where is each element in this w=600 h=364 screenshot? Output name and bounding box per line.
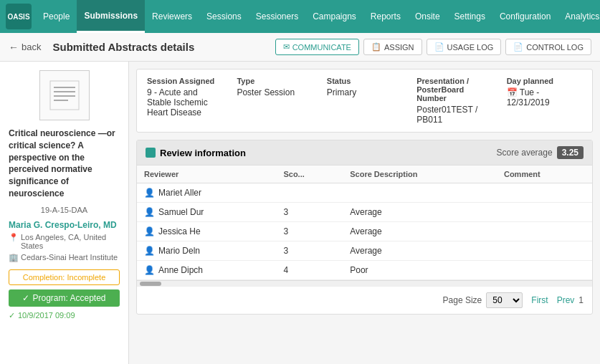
page-title: Submitted Abstracts details — [52, 41, 270, 53]
day-planned-group: Day planned 📅 Tue - 12/31/2019 — [507, 77, 582, 107]
table-row: 👤 Mariet Aller — [137, 183, 592, 203]
nav-sessioners[interactable]: Sessioners — [249, 0, 305, 33]
abstract-thumbnail — [39, 70, 90, 120]
date-badge-1: ✓ 10/9/2017 09:09 — [9, 311, 120, 320]
nav-configuration[interactable]: Configuration — [492, 0, 558, 33]
table-row: 👤 Samuel Dur 3 Average — [137, 203, 592, 222]
day-planned-value: 📅 Tue - 12/31/2019 — [507, 87, 582, 107]
score-cell: 3 — [276, 203, 343, 222]
session-assigned-group: Session Assigned 9 - Acute and Stable Is… — [147, 77, 222, 118]
col-comment: Comment — [497, 166, 592, 183]
nav-reviewers[interactable]: Reviewers — [145, 0, 199, 33]
nav-onsite[interactable]: Onsite — [408, 0, 447, 33]
control-log-button[interactable]: 📄 CONTROL LOG — [505, 39, 591, 55]
back-button[interactable]: ← back — [9, 42, 41, 53]
right-panel: Session Assigned 9 - Acute and Stable Is… — [129, 62, 600, 364]
first-page-button[interactable]: First — [527, 294, 552, 307]
calendar-icon: 📅 — [507, 87, 520, 97]
abstract-title: Critical neuroscience —or critical scien… — [9, 128, 120, 200]
presentation-group: Presentation / PosterBoard Number Poster… — [416, 77, 492, 125]
control-log-icon: 📄 — [513, 42, 523, 52]
page-number: 1 — [578, 295, 584, 305]
type-group: Type Poster Session — [237, 77, 312, 97]
building-icon: 🏢 — [9, 253, 19, 262]
user-icon: 👤 — [144, 265, 155, 275]
table-row: 👤 Anne Dipch 4 Poor — [137, 261, 592, 280]
score-cell: 3 — [276, 222, 343, 241]
prev-page-button[interactable]: Prev — [553, 294, 579, 307]
type-value: Poster Session — [237, 87, 312, 97]
reviewer-cell: 👤 Samuel Dur — [137, 203, 276, 222]
usage-log-icon: 📄 — [434, 42, 444, 52]
col-score: Sco... — [276, 166, 343, 183]
abstract-id: 19-A-15-DAA — [9, 206, 120, 214]
nav-campaigns[interactable]: Campaigns — [305, 0, 363, 33]
nav-reports[interactable]: Reports — [363, 0, 408, 33]
author-name[interactable]: Maria G. Crespo-Leiro, MD — [9, 220, 120, 230]
pagination-bar: Page Size 50 25 100 First Prev 1 — [137, 286, 592, 314]
description-cell: Average — [343, 222, 497, 241]
horizontal-scroll-bar[interactable] — [137, 280, 592, 286]
comment-cell — [497, 241, 592, 261]
user-icon: 👤 — [144, 226, 155, 236]
comment-cell — [497, 261, 592, 280]
score-cell: 4 — [276, 261, 343, 280]
status-group: Status Primary — [327, 77, 402, 97]
top-navigation: OASIS People Submissions Reviewers Sessi… — [0, 0, 600, 33]
reviewer-cell: 👤 Jessica He — [137, 222, 276, 241]
completion-badge: Completion: Incomplete — [9, 269, 120, 285]
score-average-group: Score average 3.25 — [497, 146, 584, 159]
presentation-label: Presentation / PosterBoard Number — [416, 77, 492, 102]
presentation-value: Poster01TEST / PB011 — [416, 105, 492, 125]
description-cell — [343, 183, 497, 203]
reviewer-cell: 👤 Mariet Aller — [137, 183, 276, 203]
user-icon: 👤 — [144, 188, 155, 198]
author-institution: 🏢 Cedars-Sinai Heart Institute — [9, 253, 120, 262]
back-label: back — [22, 42, 41, 52]
assign-icon: 📋 — [371, 42, 381, 52]
nav-submissions[interactable]: Submissions — [77, 0, 145, 33]
check-icon-2: ✓ — [9, 311, 15, 320]
nav-sessions[interactable]: Sessions — [199, 0, 249, 33]
description-cell: Average — [343, 241, 497, 261]
score-avg-label: Score average — [497, 148, 553, 158]
usage-log-button[interactable]: 📄 USAGE LOG — [427, 39, 502, 55]
back-arrow-icon: ← — [9, 42, 19, 53]
left-panel: Critical neuroscience —or critical scien… — [0, 62, 129, 364]
info-row: Session Assigned 9 - Acute and Stable Is… — [136, 69, 593, 133]
action-bar: ← back Submitted Abstracts details ✉ COM… — [0, 33, 600, 62]
review-header: Review information Score average 3.25 — [137, 140, 592, 166]
location-pin-icon: 📍 — [9, 233, 19, 242]
communicate-icon: ✉ — [283, 42, 290, 52]
score-cell — [276, 183, 343, 203]
reviewer-cell: 👤 Anne Dipch — [137, 261, 276, 280]
assign-button[interactable]: 📋 ASSIGN — [363, 39, 422, 55]
user-icon: 👤 — [144, 246, 155, 256]
main-layout: Critical neuroscience —or critical scien… — [0, 62, 600, 364]
nav-people[interactable]: People — [36, 0, 77, 33]
nav-analytics[interactable]: Analytics — [558, 0, 600, 33]
page-size-select[interactable]: 50 25 100 — [486, 292, 523, 308]
communicate-button[interactable]: ✉ COMMUNICATE — [275, 39, 359, 55]
nav-settings[interactable]: Settings — [447, 0, 492, 33]
reviewer-cell: 👤 Mario Deln — [137, 241, 276, 261]
table-header-row: Reviewer Sco... Score Description Commen… — [137, 166, 592, 183]
review-title: Review information — [160, 148, 246, 158]
status-label: Status — [327, 77, 402, 85]
review-table: Reviewer Sco... Score Description Commen… — [137, 166, 592, 280]
col-reviewer: Reviewer — [137, 166, 276, 183]
type-label: Type — [237, 77, 312, 85]
page-size-label: Page Size — [443, 295, 482, 305]
review-title-group: Review information — [146, 148, 246, 158]
day-planned-label: Day planned — [507, 77, 582, 85]
review-section: Review information Score average 3.25 Re… — [136, 140, 593, 315]
session-assigned-label: Session Assigned — [147, 77, 222, 85]
review-checkbox-icon — [146, 148, 156, 158]
user-icon: 👤 — [144, 207, 155, 217]
logo: OASIS — [6, 4, 32, 29]
score-avg-badge: 3.25 — [557, 146, 584, 159]
table-row: 👤 Jessica He 3 Average — [137, 222, 592, 241]
col-description: Score Description — [343, 166, 497, 183]
score-cell: 3 — [276, 241, 343, 261]
table-row: 👤 Mario Deln 3 Average — [137, 241, 592, 261]
